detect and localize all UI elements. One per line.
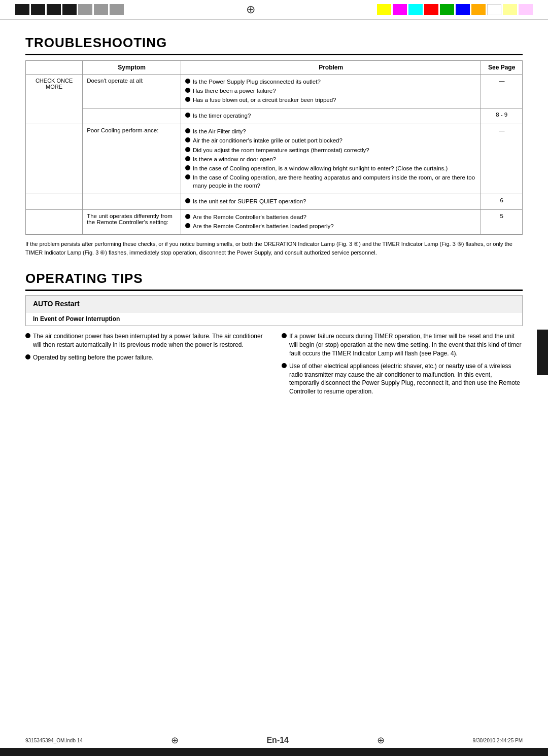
black-square-3 [47, 4, 61, 15]
problem-text: Is the timer operating? [193, 112, 251, 120]
bullet-icon [25, 333, 30, 338]
footer-right: 9/30/2010 2:44:25 PM [473, 738, 523, 743]
tips-left-col: The air conditioner power has been inter… [25, 332, 266, 400]
problems-doesnt-operate: Is the Power Supply Plug disconnected it… [181, 75, 481, 109]
list-item: In the case of Cooling operation, is a w… [185, 164, 476, 172]
problem-text: Is the Air Filter dirty? [193, 127, 246, 135]
problem-text: Air the air conditioner's intake grille … [193, 136, 342, 145]
tips-right-col: If a power failure occurs during TIMER o… [282, 332, 523, 400]
category-empty-3 [26, 210, 83, 235]
list-item: Is the timer operating? [185, 112, 476, 120]
power-interrupt-box: In Event of Power Interruption [25, 312, 523, 326]
color-sq-lightpink [519, 4, 533, 15]
troubleshooting-table: Symptom Problem See Page CHECK ONCEMORE … [25, 60, 523, 235]
footer-left: 9315345394_OM.indb 14 [25, 738, 83, 743]
list-item: Has there been a power failure? [185, 87, 476, 95]
symptom-super-quiet [83, 194, 181, 210]
symptom-timer [83, 109, 181, 124]
power-interrupt-label: In Event of Power Interruption [33, 315, 120, 322]
color-sq-lightyellow [503, 4, 517, 15]
bullet-icon [185, 147, 190, 152]
list-item: Use of other electrical appliances (elec… [282, 362, 523, 396]
category-check-once-more: CHECK ONCEMORE [26, 75, 83, 124]
problems-remote: Are the Remote Controller's batteries de… [181, 210, 481, 235]
bullet-icon [185, 113, 190, 118]
trouble-notice: If the problem persists after performing… [25, 240, 523, 257]
page-doesnt-operate: — [481, 75, 523, 109]
color-sq-yellow [377, 4, 391, 15]
list-item: Air the air conditioner's intake grille … [185, 136, 476, 145]
table-row: CHECK ONCEMORE Doesn't operate at all: I… [26, 75, 523, 109]
color-squares [377, 4, 533, 15]
list-item: Is the Power Supply Plug disconnected it… [185, 78, 476, 86]
bullet-icon [282, 333, 287, 338]
problems-timer: Is the timer operating? [181, 109, 481, 124]
list-item: Has a fuse blown out, or a circuit break… [185, 96, 476, 104]
th-page: See Page [481, 61, 523, 75]
color-sq-red [424, 4, 438, 15]
table-row: Is the unit set for SUPER QUIET operatio… [26, 194, 523, 210]
right-tab [537, 330, 548, 375]
problem-text: Are the Remote Controller's batteries de… [193, 213, 306, 221]
bullet-icon [185, 137, 190, 142]
page-poor-cooling: — [481, 124, 523, 194]
bullet-icon [185, 79, 190, 84]
symptom-poor-cooling: Poor Cooling perform-ance: [83, 124, 181, 194]
category-empty-1 [26, 124, 83, 194]
bullet-icon [185, 198, 190, 203]
list-item: If a power failure occurs during TIMER o… [282, 332, 523, 357]
list-item: Did you adjust the room temperature sett… [185, 146, 476, 154]
bottom-bar [0, 748, 548, 756]
page-timer: 8 - 9 [481, 109, 523, 124]
th-category [26, 61, 83, 75]
problem-text: Is the Power Supply Plug disconnected it… [193, 78, 321, 86]
list-item: Are the Remote Controller's batteries de… [185, 213, 476, 221]
color-sq-orange [471, 4, 486, 15]
page-number: En-14 [266, 736, 289, 745]
compass-icon-bottom: ⊕ [171, 735, 179, 746]
problem-text: Are the Remote Controller's batteries lo… [193, 222, 334, 230]
color-sq-blue [456, 4, 470, 15]
tips-left-list: The air conditioner power has been inter… [25, 332, 266, 362]
bullet-icon [282, 363, 287, 368]
black-square-4 [62, 4, 77, 15]
problem-text: In the case of Cooling operation, are th… [193, 173, 476, 190]
table-row: Is the timer operating? 8 - 9 [26, 109, 523, 124]
bullet-icon [185, 174, 190, 179]
problem-text: Has a fuse blown out, or a circuit break… [193, 96, 336, 104]
compass-icon-top: ⊕ [246, 3, 255, 16]
list-item: The air conditioner power has been inter… [25, 332, 266, 349]
gray-square-2 [94, 4, 108, 15]
black-square-2 [31, 4, 45, 15]
color-sq-cyan [408, 4, 423, 15]
th-problem: Problem [181, 61, 481, 75]
tips-right-list: If a power failure occurs during TIMER o… [282, 332, 523, 396]
top-bar: ⊕ [0, 0, 548, 20]
bullet-icon [185, 128, 190, 133]
category-empty-2 [26, 194, 83, 210]
page-remote: 5 [481, 210, 523, 235]
page-super-quiet: 6 [481, 194, 523, 210]
symptom-doesnt-operate: Doesn't operate at all: [83, 75, 181, 109]
table-header-row: Symptom Problem See Page [26, 61, 523, 75]
problem-text: Is the unit set for SUPER QUIET operatio… [193, 197, 306, 205]
black-square-1 [15, 4, 29, 15]
list-item: Operated by setting before the power fai… [25, 353, 266, 362]
gray-square-3 [110, 4, 124, 15]
tip-text: If a power failure occurs during TIMER o… [289, 332, 523, 357]
list-item: Is there a window or door open? [185, 155, 476, 163]
page-footer: 9315345394_OM.indb 14 ⊕ En-14 ⊕ 9/30/201… [25, 735, 523, 746]
bullet-icon [185, 97, 190, 102]
tip-text: Operated by setting before the power fai… [33, 353, 153, 362]
color-sq-magenta [393, 4, 407, 15]
problem-text: Did you adjust the room temperature sett… [193, 146, 369, 154]
page-content: TROUBLESHOOTING Symptom Problem See Page… [0, 20, 548, 430]
black-squares [15, 4, 124, 15]
bullet-icon [185, 156, 190, 161]
table-row: Poor Cooling perform-ance: Is the Air Fi… [26, 124, 523, 194]
color-sq-green [440, 4, 454, 15]
compass-icon-footer-right: ⊕ [377, 735, 385, 746]
problems-poor-cooling: Is the Air Filter dirty? Air the air con… [181, 124, 481, 194]
bullet-icon [185, 88, 190, 93]
problem-text: In the case of Cooling operation, is a w… [193, 164, 448, 172]
